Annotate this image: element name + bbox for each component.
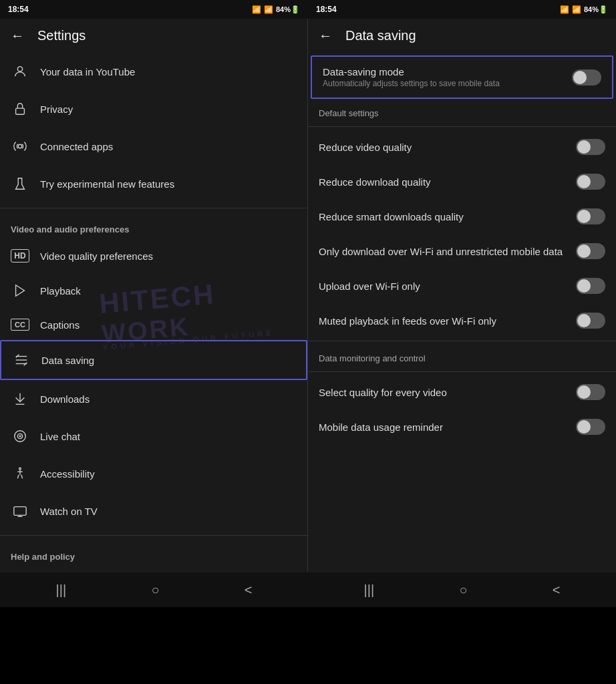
select-quality-item[interactable]: Select quality for every video bbox=[308, 375, 616, 409]
video-quality-label: Video quality preferences bbox=[40, 250, 153, 262]
sidebar-item-privacy[interactable]: Privacy bbox=[0, 90, 307, 128]
left-time: 18:54 bbox=[8, 5, 29, 14]
data-saving-panel: ← Data saving Data-saving mode Automatic… bbox=[308, 19, 616, 572]
mobile-data-reminder-text: Mobile data usage reminder bbox=[319, 421, 576, 433]
sidebar-item-watch-on-tv[interactable]: Watch on TV bbox=[0, 492, 307, 530]
watch-on-tv-label: Watch on TV bbox=[40, 506, 98, 517]
data-saving-label: Data saving bbox=[41, 355, 94, 366]
divider-1 bbox=[0, 208, 307, 208]
wifi-icon: 📶 bbox=[252, 5, 261, 14]
upload-wifi-only-title: Upload over Wi-Fi only bbox=[319, 281, 568, 292]
help-section-header: Help and policy bbox=[0, 541, 307, 567]
reduce-video-quality-title: Reduce video quality bbox=[319, 142, 568, 153]
sidebar-item-accessibility[interactable]: Accessibility bbox=[0, 455, 307, 492]
sidebar-item-experimental[interactable]: Try experimental new features bbox=[0, 165, 307, 202]
your-data-icon bbox=[11, 62, 29, 81]
sidebar-item-live-chat[interactable]: Live chat bbox=[0, 417, 307, 455]
your-data-label: Your data in YouTube bbox=[40, 66, 135, 77]
main-panels: ← Settings Your data in YouTube Privacy bbox=[0, 19, 616, 572]
select-quality-text: Select quality for every video bbox=[319, 387, 576, 398]
right-signal-icon: 📶 bbox=[572, 5, 581, 14]
mobile-data-reminder-title: Mobile data usage reminder bbox=[319, 421, 568, 433]
reduce-video-quality-item[interactable]: Reduce video quality bbox=[308, 130, 616, 164]
video-quality-icon: HD bbox=[11, 249, 29, 263]
reduce-smart-downloads-item[interactable]: Reduce smart downloads quality bbox=[308, 199, 616, 234]
reduce-video-quality-toggle[interactable] bbox=[576, 139, 605, 155]
data-saving-mode-text: Data-saving mode Automatically adjusts s… bbox=[323, 66, 572, 88]
muted-playback-wifi-item[interactable]: Muted playback in feeds over Wi-Fi only bbox=[308, 303, 616, 338]
sidebar-item-your-data[interactable]: Your data in YouTube bbox=[0, 53, 307, 90]
sidebar-item-data-saving[interactable]: Data saving bbox=[0, 340, 307, 380]
mobile-data-reminder-item[interactable]: Mobile data usage reminder bbox=[308, 409, 616, 444]
select-quality-title: Select quality for every video bbox=[319, 387, 568, 398]
data-saving-back-button[interactable]: ← bbox=[319, 28, 332, 43]
settings-title: Settings bbox=[37, 28, 86, 43]
status-bar: 18:54 📶 📶 84%🔋 18:54 📶 📶 84%🔋 bbox=[0, 0, 616, 19]
section-divider-2 bbox=[308, 341, 616, 341]
muted-playback-wifi-title: Muted playback in feeds over Wi-Fi only bbox=[319, 315, 568, 327]
svg-marker-3 bbox=[16, 285, 25, 297]
battery-icon: 84%🔋 bbox=[276, 5, 300, 14]
reduce-smart-downloads-title: Reduce smart downloads quality bbox=[319, 211, 568, 222]
monitoring-section-label: Data monitoring and control bbox=[308, 344, 616, 369]
settings-panel: ← Settings Your data in YouTube Privacy bbox=[0, 19, 308, 572]
select-quality-toggle[interactable] bbox=[576, 384, 605, 400]
live-chat-icon bbox=[11, 427, 29, 446]
right-home-button[interactable]: ○ bbox=[451, 578, 475, 602]
reduce-download-quality-item[interactable]: Reduce download quality bbox=[308, 164, 616, 199]
default-settings-label: Default settings bbox=[308, 99, 616, 124]
sidebar-item-video-quality[interactable]: HD Video quality preferences bbox=[0, 240, 307, 272]
playback-icon bbox=[11, 281, 29, 300]
only-download-wifi-item[interactable]: Only download over Wi-Fi and unrestricte… bbox=[308, 234, 616, 269]
data-saving-header: ← Data saving bbox=[308, 19, 616, 53]
sidebar-item-connected-apps[interactable]: Connected apps bbox=[0, 128, 307, 165]
data-saving-mode-item[interactable]: Data-saving mode Automatically adjusts s… bbox=[311, 55, 613, 99]
left-recents-button[interactable]: ||| bbox=[48, 578, 75, 602]
mobile-data-reminder-toggle[interactable] bbox=[576, 419, 605, 435]
data-saving-mode-subtitle: Automatically adjusts settings to save m… bbox=[323, 79, 564, 88]
left-status-icons: 📶 📶 84%🔋 bbox=[252, 5, 300, 14]
data-saving-title: Data saving bbox=[345, 28, 416, 43]
data-saving-icon bbox=[12, 351, 31, 369]
sidebar-item-downloads[interactable]: Downloads bbox=[0, 380, 307, 417]
settings-header: ← Settings bbox=[0, 19, 307, 53]
upload-wifi-only-toggle[interactable] bbox=[576, 278, 605, 294]
settings-list: Your data in YouTube Privacy Connected a… bbox=[0, 53, 307, 572]
reduce-download-quality-toggle[interactable] bbox=[576, 174, 605, 190]
svg-rect-1 bbox=[16, 108, 25, 114]
muted-playback-wifi-toggle[interactable] bbox=[576, 313, 605, 329]
section-divider-3 bbox=[308, 371, 616, 372]
reduce-smart-downloads-text: Reduce smart downloads quality bbox=[319, 211, 576, 222]
settings-back-button[interactable]: ← bbox=[11, 28, 24, 43]
right-bottom-nav: ||| ○ < bbox=[308, 572, 616, 607]
divider-2 bbox=[0, 535, 307, 536]
watch-on-tv-icon bbox=[11, 502, 29, 520]
reduce-download-quality-text: Reduce download quality bbox=[319, 176, 576, 188]
connected-apps-icon bbox=[11, 137, 29, 156]
privacy-icon bbox=[11, 100, 29, 118]
data-saving-mode-toggle[interactable] bbox=[572, 69, 601, 86]
sidebar-item-playback[interactable]: Playback bbox=[0, 272, 307, 309]
only-download-wifi-text: Only download over Wi-Fi and unrestricte… bbox=[319, 246, 576, 257]
only-download-wifi-toggle[interactable] bbox=[576, 243, 605, 259]
experimental-icon bbox=[11, 174, 29, 193]
right-battery-icon: 84%🔋 bbox=[584, 5, 608, 14]
captions-icon: CC bbox=[11, 319, 29, 331]
downloads-icon bbox=[11, 389, 29, 408]
video-section-header: Video and audio preferences bbox=[0, 214, 307, 240]
left-home-button[interactable]: ○ bbox=[143, 578, 167, 602]
svg-rect-15 bbox=[14, 507, 26, 516]
live-chat-label: Live chat bbox=[40, 431, 80, 442]
signal-icon: 📶 bbox=[264, 5, 273, 14]
sidebar-item-captions[interactable]: CC Captions bbox=[0, 309, 307, 340]
right-time: 18:54 bbox=[316, 5, 337, 14]
accessibility-icon bbox=[11, 464, 29, 483]
privacy-label: Privacy bbox=[40, 104, 73, 115]
upload-wifi-only-text: Upload over Wi-Fi only bbox=[319, 281, 576, 292]
svg-point-12 bbox=[19, 436, 21, 437]
left-back-button[interactable]: < bbox=[237, 578, 261, 602]
reduce-smart-downloads-toggle[interactable] bbox=[576, 208, 605, 224]
right-recents-button[interactable]: ||| bbox=[356, 578, 383, 602]
right-back-button[interactable]: < bbox=[545, 578, 569, 602]
upload-wifi-only-item[interactable]: Upload over Wi-Fi only bbox=[308, 269, 616, 303]
